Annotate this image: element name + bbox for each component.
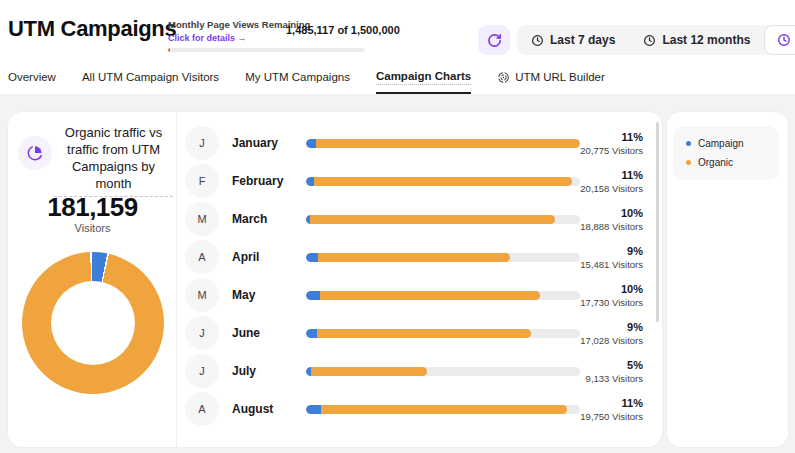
bar-track	[306, 405, 580, 414]
bar-track	[306, 367, 580, 376]
month-share-percent: 11%	[580, 397, 643, 409]
month-label: January	[232, 136, 306, 150]
refresh-icon	[487, 33, 502, 48]
table-row: J June 9% 17,028 Visitors	[177, 314, 655, 352]
usage-block: Monthly Page Views Remaining Click for d…	[168, 19, 286, 43]
legend-label: Organic	[698, 157, 733, 168]
bar-track	[306, 253, 580, 262]
tab-campaign-charts[interactable]: Campaign Charts	[376, 62, 471, 94]
legend-item[interactable]: Organic	[686, 153, 779, 172]
month-initial: A	[198, 251, 205, 263]
donut-chart-title[interactable]: Organic traffic vs traffic from UTM Camp…	[54, 124, 173, 197]
month-stats: 10% 17,730 Visitors	[580, 283, 655, 308]
usage-progress-bar	[168, 48, 365, 52]
tab-label: My UTM Campaigns	[245, 71, 350, 83]
month-label: August	[232, 402, 306, 416]
bar-campaign-segment	[306, 139, 316, 148]
tab-utm-url-builder[interactable]: UTM URL Builder	[497, 62, 605, 94]
legend-dot	[686, 141, 691, 146]
tab-bar: Overview All UTM Campaign Visitors My UT…	[0, 62, 795, 95]
month-label: February	[232, 174, 306, 188]
usage-details-link[interactable]: Click for details →	[168, 33, 286, 43]
month-visitors: 17,028 Visitors	[580, 335, 643, 346]
campaign-chart-card: Organic traffic vs traffic from UTM Camp…	[8, 112, 662, 447]
month-avatar: J	[185, 354, 219, 388]
month-avatar: J	[185, 316, 219, 350]
bar-organic-segment	[318, 253, 510, 262]
month-stats: 11% 20,775 Visitors	[580, 131, 655, 156]
month-share-percent: 10%	[580, 283, 643, 295]
page-header: UTM Campaigns Monthly Page Views Remaini…	[0, 0, 795, 62]
month-initial: A	[198, 403, 205, 415]
month-share-percent: 9%	[580, 245, 643, 257]
bar-organic-segment	[320, 291, 540, 300]
tab-label: All UTM Campaign Visitors	[82, 71, 219, 83]
month-share-percent: 11%	[580, 131, 643, 143]
bar-campaign-segment	[306, 329, 317, 338]
refresh-button[interactable]	[478, 25, 510, 55]
bar-organic-segment	[314, 177, 572, 186]
month-stats: 9% 15,481 Visitors	[580, 245, 655, 270]
month-avatar: F	[185, 164, 219, 198]
legend-dot	[686, 160, 691, 165]
clock-icon	[643, 34, 656, 47]
month-visitors: 20,158 Visitors	[580, 183, 643, 194]
month-share-percent: 10%	[580, 207, 643, 219]
month-avatar: J	[185, 126, 219, 160]
bar-campaign-segment	[306, 177, 314, 186]
table-row: F February 11% 20,158 Visitors	[177, 162, 655, 200]
clock-icon	[531, 34, 544, 47]
bar-track	[306, 291, 580, 300]
last-7-days-label: Last 7 days	[550, 33, 615, 47]
bar-track	[306, 177, 580, 186]
month-stats: 9% 17,028 Visitors	[580, 321, 655, 346]
chart-legend: Campaign Organic	[673, 126, 779, 180]
bar-organic-segment	[317, 329, 531, 338]
tab-label: UTM URL Builder	[515, 71, 605, 83]
month-avatar: A	[185, 240, 219, 274]
month-visitors: 17,730 Visitors	[580, 297, 643, 308]
month-share-percent: 9%	[580, 321, 643, 333]
utm-campaigns-page: UTM Campaigns Monthly Page Views Remaini…	[0, 0, 795, 453]
tab-my-utm-campaigns[interactable]: My UTM Campaigns	[245, 62, 350, 94]
year-dropdown[interactable]: 2023	[764, 25, 795, 55]
bar-campaign-segment	[306, 405, 321, 414]
monthly-bars-list: J January 11% 20,775 Visitors F	[177, 124, 655, 428]
month-initial: J	[199, 365, 205, 377]
last-12-months-label: Last 12 months	[662, 33, 750, 47]
month-initial: J	[199, 327, 205, 339]
month-label: June	[232, 326, 306, 340]
month-visitors: 15,481 Visitors	[580, 259, 643, 270]
legend-item[interactable]: Campaign	[686, 134, 779, 153]
clock-icon	[777, 33, 791, 47]
tab-all-utm-campaign-visitors[interactable]: All UTM Campaign Visitors	[82, 62, 219, 94]
bar-organic-segment	[321, 405, 567, 414]
table-row: J January 11% 20,775 Visitors	[177, 124, 655, 162]
month-share-percent: 11%	[580, 169, 643, 181]
month-initial: M	[197, 213, 206, 225]
month-visitors: 9,133 Visitors	[580, 373, 643, 384]
month-stats: 10% 18,888 Visitors	[580, 207, 655, 232]
tab-label: Overview	[8, 71, 56, 83]
bar-track	[306, 215, 580, 224]
web-icon	[497, 71, 510, 84]
last-12-months-button[interactable]: Last 12 months	[629, 25, 764, 55]
donut-summary-section: Organic traffic vs traffic from UTM Camp…	[8, 112, 177, 447]
month-stats: 5% 9,133 Visitors	[580, 359, 655, 384]
donut-chart	[22, 252, 164, 394]
month-label: July	[232, 364, 306, 378]
bar-campaign-segment	[306, 253, 318, 262]
tab-label: Campaign Charts	[376, 70, 471, 85]
total-visitors-value: 181,159	[8, 192, 177, 223]
month-visitors: 19,750 Visitors	[580, 411, 643, 422]
table-row: A August 11% 19,750 Visitors	[177, 390, 655, 428]
month-visitors: 18,888 Visitors	[580, 221, 643, 232]
content-area: Organic traffic vs traffic from UTM Camp…	[0, 95, 795, 453]
tab-overview[interactable]: Overview	[8, 62, 56, 94]
chart-scrollbar[interactable]	[656, 122, 659, 322]
bar-organic-segment	[316, 139, 580, 148]
legend-label: Campaign	[698, 138, 744, 149]
month-label: April	[232, 250, 306, 264]
month-avatar: A	[185, 392, 219, 426]
last-7-days-button[interactable]: Last 7 days	[517, 25, 629, 55]
